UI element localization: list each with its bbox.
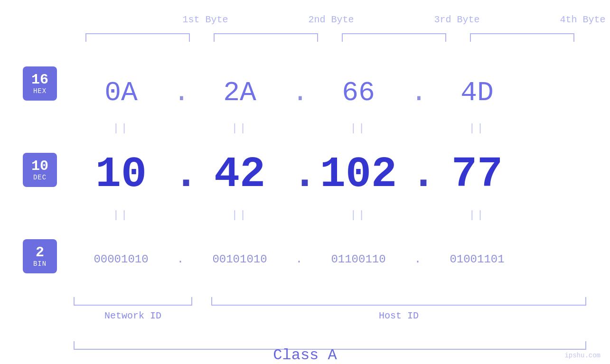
bin-value-3: 01100110: [331, 253, 385, 266]
equals-5: ||: [113, 209, 129, 221]
dec-dot-1: .: [173, 150, 188, 199]
bracket-4: [470, 33, 574, 42]
network-id-bracket: [74, 297, 192, 306]
byte-3-label: 3rd Byte: [405, 14, 509, 25]
equals-4: ||: [469, 122, 485, 134]
hex-dot-3: .: [411, 77, 425, 108]
hex-row: 0A . 2A . 66 . 4D: [0, 66, 610, 119]
bin-value-4: 01001101: [450, 253, 504, 266]
dec-octet-2: 42: [188, 150, 292, 199]
bin-dot-3: .: [411, 253, 425, 266]
hex-value-4: 4D: [460, 77, 494, 108]
hex-value-2: 2A: [223, 77, 256, 108]
equals-6: ||: [232, 209, 248, 221]
hex-dot-1: .: [173, 77, 188, 108]
bin-dot-2: .: [292, 253, 306, 266]
equals-group-5: ||: [69, 209, 173, 221]
equals-8: ||: [469, 209, 485, 221]
hex-octet-1: 0A: [69, 77, 173, 108]
bracket-3: [342, 33, 446, 42]
dec-value-4: 77: [451, 150, 503, 199]
dec-octet-3: 102: [306, 150, 411, 199]
equals-2: ||: [232, 122, 248, 134]
bin-octet-2: 00101010: [188, 253, 292, 266]
network-id-label: Network ID: [74, 310, 192, 321]
dec-value-2: 42: [214, 150, 265, 199]
hex-octet-4: 4D: [425, 77, 529, 108]
equals-1: ||: [113, 122, 129, 134]
byte-2-label: 2nd Byte: [279, 14, 384, 25]
equals-group-3: ||: [306, 122, 411, 134]
equals-group-2: ||: [188, 122, 292, 134]
bottom-labels: Network ID Host ID: [74, 310, 586, 321]
bin-octet-1: 00001010: [69, 253, 173, 266]
host-id-label: Host ID: [211, 310, 586, 321]
content-area: 0A . 2A . 66 . 4D || ||: [0, 47, 610, 283]
bracket-2: [214, 33, 318, 42]
equals-group-6: ||: [188, 209, 292, 221]
equals-group-4: ||: [425, 122, 529, 134]
equals-3: ||: [350, 122, 366, 134]
equals-row-1: || || || ||: [0, 122, 610, 134]
dec-row: 10 . 42 . 102 . 77: [0, 144, 610, 205]
bin-value-1: 00001010: [94, 253, 148, 266]
byte-4-label: 4th Byte: [531, 14, 610, 25]
bottom-section: Network ID Host ID: [74, 297, 586, 321]
dec-octet-1: 10: [69, 150, 173, 199]
equals-group-1: ||: [69, 122, 173, 134]
equals-7: ||: [350, 209, 366, 221]
hex-octet-3: 66: [306, 77, 411, 108]
top-brackets: [74, 33, 586, 42]
hex-octet-2: 2A: [188, 77, 292, 108]
equals-group-7: ||: [306, 209, 411, 221]
class-label: Class A: [0, 346, 610, 364]
bottom-brackets: [74, 297, 586, 306]
dec-value-1: 10: [95, 150, 147, 199]
bin-octet-3: 01100110: [306, 253, 411, 266]
bin-dot-1: .: [173, 253, 188, 266]
equals-group-8: ||: [425, 209, 529, 221]
hex-dot-2: .: [292, 77, 306, 108]
dec-value-3: 102: [320, 150, 397, 199]
dec-dot-2: .: [292, 150, 306, 199]
host-id-bracket: [211, 297, 586, 306]
dec-dot-3: .: [411, 150, 425, 199]
bytes-header: 1st Byte 2nd Byte 3rd Byte 4th Byte: [142, 14, 610, 25]
main-container: 1st Byte 2nd Byte 3rd Byte 4th Byte 16 H…: [0, 0, 610, 364]
byte-1-label: 1st Byte: [153, 14, 258, 25]
bracket-1: [85, 33, 190, 42]
equals-row-2: || || || ||: [0, 209, 610, 221]
bin-value-2: 00101010: [212, 253, 267, 266]
hex-value-3: 66: [342, 77, 375, 108]
bin-octet-4: 01001101: [425, 253, 529, 266]
dec-octet-4: 77: [425, 150, 529, 199]
hex-value-1: 0A: [104, 77, 138, 108]
bin-row: 00001010 . 00101010 . 01100110 . 0100110…: [0, 235, 610, 283]
watermark: ipshu.com: [564, 352, 601, 359]
